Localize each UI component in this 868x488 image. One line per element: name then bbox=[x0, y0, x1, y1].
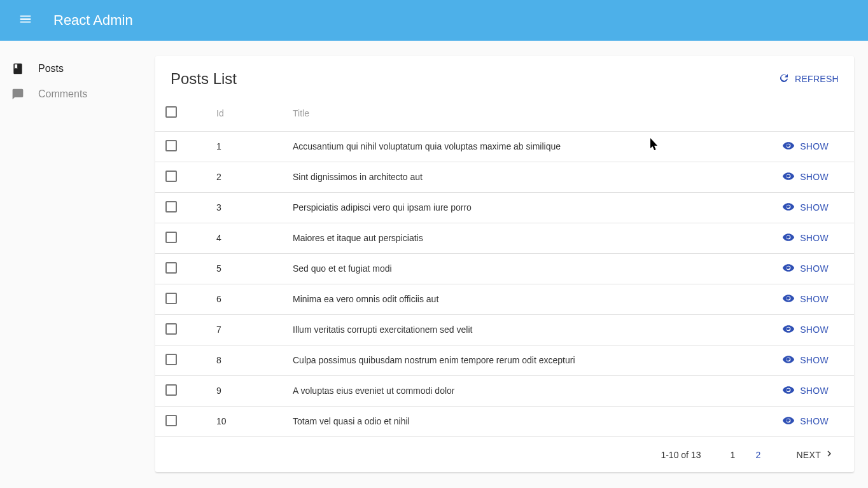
show-button[interactable]: SHOW bbox=[782, 292, 829, 307]
row-checkbox[interactable] bbox=[165, 384, 177, 396]
row-checkbox[interactable] bbox=[165, 201, 177, 213]
cell-title: Minima ea vero omnis odit officiis aut bbox=[283, 284, 739, 314]
column-header-id[interactable]: Id bbox=[206, 95, 283, 131]
eye-icon bbox=[782, 170, 800, 185]
posts-card: Posts List REFRESH Id Title bbox=[155, 56, 854, 472]
row-checkbox[interactable] bbox=[165, 232, 177, 243]
refresh-icon bbox=[778, 73, 795, 86]
show-button[interactable]: SHOW bbox=[782, 414, 829, 429]
cell-title: A voluptas eius eveniet ut commodi dolor bbox=[283, 375, 739, 406]
table-row[interactable]: 3Perspiciatis adipisci vero qui ipsam iu… bbox=[155, 192, 854, 223]
refresh-button[interactable]: REFRESH bbox=[778, 73, 839, 86]
page-2[interactable]: 2 bbox=[745, 446, 771, 464]
eye-icon bbox=[782, 231, 800, 246]
refresh-label: REFRESH bbox=[795, 74, 839, 84]
next-button[interactable]: NEXT bbox=[796, 448, 835, 461]
cell-id: 10 bbox=[206, 406, 283, 436]
table-row[interactable]: 7Illum veritatis corrupti exercitationem… bbox=[155, 314, 854, 345]
show-button[interactable]: SHOW bbox=[782, 139, 829, 154]
select-all-checkbox[interactable] bbox=[165, 106, 177, 118]
sidebar-item-label: Posts bbox=[38, 63, 64, 74]
chat-icon bbox=[10, 87, 25, 102]
show-label: SHOW bbox=[800, 324, 829, 335]
show-button[interactable]: SHOW bbox=[782, 231, 829, 246]
show-label: SHOW bbox=[800, 416, 829, 426]
cell-title: Sed quo et et fugiat modi bbox=[283, 253, 739, 284]
eye-icon bbox=[782, 323, 800, 337]
show-label: SHOW bbox=[800, 263, 829, 274]
cell-id: 1 bbox=[206, 131, 283, 162]
next-label: NEXT bbox=[796, 450, 821, 460]
cell-title: Totam vel quasi a odio et nihil bbox=[283, 406, 739, 436]
table-row[interactable]: 5Sed quo et et fugiat modiSHOW bbox=[155, 253, 854, 284]
eye-icon bbox=[782, 139, 800, 154]
cell-id: 6 bbox=[206, 284, 283, 314]
app-title: React Admin bbox=[53, 12, 133, 29]
cell-id: 7 bbox=[206, 314, 283, 345]
show-button[interactable]: SHOW bbox=[782, 200, 829, 215]
show-button[interactable]: SHOW bbox=[782, 261, 829, 276]
cell-title: Accusantium qui nihil voluptatum quia vo… bbox=[283, 131, 739, 162]
book-icon bbox=[10, 61, 25, 76]
hamburger-icon bbox=[18, 12, 32, 29]
row-checkbox[interactable] bbox=[165, 354, 177, 365]
show-label: SHOW bbox=[800, 294, 829, 304]
row-checkbox[interactable] bbox=[165, 415, 177, 426]
cell-id: 8 bbox=[206, 345, 283, 375]
show-button[interactable]: SHOW bbox=[782, 384, 829, 398]
cell-id: 4 bbox=[206, 223, 283, 253]
table-row[interactable]: 6Minima ea vero omnis odit officiis autS… bbox=[155, 284, 854, 314]
show-label: SHOW bbox=[800, 386, 829, 396]
cell-id: 2 bbox=[206, 162, 283, 192]
show-label: SHOW bbox=[800, 233, 829, 243]
eye-icon bbox=[782, 353, 800, 368]
table-row[interactable]: 9A voluptas eius eveniet ut commodi dolo… bbox=[155, 375, 854, 406]
show-label: SHOW bbox=[800, 172, 829, 182]
cell-title: Illum veritatis corrupti exercitationem … bbox=[283, 314, 739, 345]
row-checkbox[interactable] bbox=[165, 262, 177, 274]
cell-title: Culpa possimus quibusdam nostrum enim te… bbox=[283, 345, 739, 375]
cell-id: 3 bbox=[206, 192, 283, 223]
row-checkbox[interactable] bbox=[165, 171, 177, 182]
appbar: React Admin bbox=[0, 0, 868, 41]
show-button[interactable]: SHOW bbox=[782, 170, 829, 185]
table-row[interactable]: 10Totam vel quasi a odio et nihilSHOW bbox=[155, 406, 854, 436]
table-row[interactable]: 8Culpa possimus quibusdam nostrum enim t… bbox=[155, 345, 854, 375]
eye-icon bbox=[782, 292, 800, 307]
column-header-title[interactable]: Title bbox=[283, 95, 739, 131]
pagination: 1-10 of 13 1 2 NEXT bbox=[155, 436, 854, 472]
chevron-right-icon bbox=[821, 448, 835, 461]
eye-icon bbox=[782, 384, 800, 398]
menu-button[interactable] bbox=[13, 8, 38, 33]
cell-id: 9 bbox=[206, 375, 283, 406]
sidebar-item-comments[interactable]: Comments bbox=[0, 81, 155, 107]
pagination-range: 1-10 of 13 bbox=[661, 450, 701, 460]
sidebar-item-label: Comments bbox=[38, 88, 87, 100]
cell-title: Maiores et itaque aut perspiciatis bbox=[283, 223, 739, 253]
table-row[interactable]: 1Accusantium qui nihil voluptatum quia v… bbox=[155, 131, 854, 162]
sidebar-item-posts[interactable]: Posts bbox=[0, 56, 155, 81]
cell-title: Perspiciatis adipisci vero qui ipsam iur… bbox=[283, 192, 739, 223]
table-row[interactable]: 4Maiores et itaque aut perspiciatisSHOW bbox=[155, 223, 854, 253]
eye-icon bbox=[782, 200, 800, 215]
show-label: SHOW bbox=[800, 355, 829, 365]
cell-title: Sint dignissimos in architecto aut bbox=[283, 162, 739, 192]
table-row[interactable]: 2Sint dignissimos in architecto autSHOW bbox=[155, 162, 854, 192]
sidebar: Posts Comments bbox=[0, 41, 155, 488]
page-title: Posts List bbox=[171, 70, 237, 88]
show-label: SHOW bbox=[800, 202, 829, 213]
row-checkbox[interactable] bbox=[165, 293, 177, 304]
eye-icon bbox=[782, 414, 800, 429]
show-button[interactable]: SHOW bbox=[782, 353, 829, 368]
row-checkbox[interactable] bbox=[165, 140, 177, 151]
show-button[interactable]: SHOW bbox=[782, 323, 829, 337]
eye-icon bbox=[782, 261, 800, 276]
posts-table: Id Title 1Accusantium qui nihil voluptat… bbox=[155, 95, 854, 436]
cell-id: 5 bbox=[206, 253, 283, 284]
page-1[interactable]: 1 bbox=[720, 446, 745, 464]
row-checkbox[interactable] bbox=[165, 323, 177, 335]
show-label: SHOW bbox=[800, 141, 829, 151]
